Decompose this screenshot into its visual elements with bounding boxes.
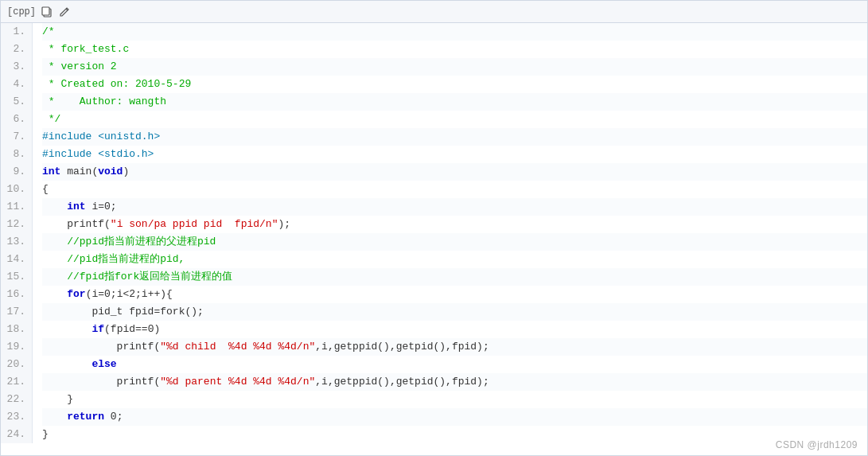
line-number: 24.	[1, 426, 32, 443]
code-token	[42, 288, 67, 300]
line-number: 19.	[1, 338, 32, 356]
code-token: return	[67, 411, 104, 423]
line-number: 8.	[1, 146, 32, 163]
table-row: {	[42, 181, 867, 198]
table-row: else	[42, 356, 867, 373]
code-token: if	[91, 323, 104, 335]
line-number: 4.	[1, 76, 32, 93]
line-number: 18.	[1, 321, 32, 338]
toolbar: [cpp]	[1, 1, 867, 23]
code-content: /* * fork_test.c * version 2 * Created o…	[33, 23, 867, 443]
line-numbers: 1.2.3.4.5.6.7.8.9.10.11.12.13.14.15.16.1…	[1, 23, 33, 443]
table-row: if(fpid==0)	[42, 321, 867, 338]
code-token: //pid指当前进程的pid,	[42, 253, 185, 265]
table-row: return 0;	[42, 408, 867, 426]
table-row: printf("%d child %4d %4d %4d/n",i,getppi…	[42, 338, 867, 356]
code-token: printf(	[42, 218, 111, 230]
code-token	[42, 323, 91, 335]
table-row: * fork_test.c	[42, 41, 867, 58]
code-token: ,i,getppid(),getpid(),fpid);	[315, 341, 488, 353]
line-number: 1.	[1, 23, 32, 41]
table-row: //pid指当前进程的pid,	[42, 251, 867, 268]
line-number: 22.	[1, 391, 32, 408]
line-number: 7.	[1, 128, 32, 146]
line-number: 15.	[1, 268, 32, 286]
code-token: for	[67, 288, 85, 300]
code-token: //fpid指fork返回给当前进程的值	[42, 271, 232, 283]
code-token: #include <unistd.h>	[42, 131, 160, 142]
code-token: ,i,getppid(),getpid(),fpid);	[315, 376, 488, 388]
line-number: 9.	[1, 163, 32, 181]
line-number: 3.	[1, 58, 32, 76]
line-number: 12.	[1, 216, 32, 233]
code-token: pid_t fpid=fork();	[42, 306, 204, 318]
code-token: /*	[42, 25, 55, 37]
table-row: }	[42, 391, 867, 408]
code-token: (i=0;i<2;i++){	[86, 288, 173, 300]
copy-icon[interactable]	[41, 6, 53, 18]
table-row: pid_t fpid=fork();	[42, 303, 867, 321]
code-token: * Created on: 2010-5-29	[42, 78, 191, 90]
table-row: * version 2	[42, 58, 867, 76]
code-token: "i son/pa ppid pid fpid/n"	[111, 218, 278, 230]
table-row: * Created on: 2010-5-29	[42, 76, 867, 93]
code-token: "%d child %4d %4d %4d/n"	[160, 341, 315, 353]
code-token: main(	[60, 166, 98, 177]
code-token	[42, 411, 67, 423]
editor-container: [cpp] 1.2.3.4.5.6.7.8.9.10.11.12.13.14.1…	[0, 0, 868, 456]
line-number: 10.	[1, 181, 32, 198]
table-row: /*	[42, 23, 867, 41]
table-row: for(i=0;i<2;i++){	[42, 286, 867, 303]
table-row: //fpid指fork返回给当前进程的值	[42, 268, 867, 286]
line-number: 20.	[1, 356, 32, 373]
table-row: */	[42, 111, 867, 128]
code-token: #include <stdio.h>	[42, 148, 154, 160]
line-number: 6.	[1, 111, 32, 128]
code-area: 1.2.3.4.5.6.7.8.9.10.11.12.13.14.15.16.1…	[1, 23, 867, 443]
line-number: 17.	[1, 303, 32, 321]
code-token: void	[98, 166, 123, 177]
code-token: * Author: wangth	[42, 95, 166, 107]
code-token: * fork_test.c	[42, 43, 129, 55]
table-row: }	[42, 426, 867, 443]
table-row: #include <unistd.h>	[42, 128, 867, 146]
line-number: 21.	[1, 373, 32, 391]
code-token: printf(	[42, 376, 160, 388]
line-number: 16.	[1, 286, 32, 303]
table-row: #include <stdio.h>	[42, 146, 867, 163]
code-token: (fpid==0)	[104, 323, 160, 335]
code-token: else	[91, 358, 116, 370]
code-token	[42, 201, 67, 212]
line-number: 11.	[1, 198, 32, 216]
code-token: //ppid指当前进程的父进程pid	[42, 236, 216, 247]
table-row: int i=0;	[42, 198, 867, 216]
line-number: 23.	[1, 408, 32, 426]
line-number: 5.	[1, 93, 32, 111]
table-row: //ppid指当前进程的父进程pid	[42, 233, 867, 251]
code-token: )	[123, 166, 129, 177]
svg-rect-1	[42, 7, 49, 15]
code-token: */	[42, 113, 60, 125]
lang-tag: [cpp]	[7, 6, 36, 18]
code-token	[42, 358, 91, 370]
watermark: CSDN @jrdh1209	[776, 439, 858, 450]
line-number: 14.	[1, 251, 32, 268]
table-row: printf("%d parent %4d %4d %4d/n",i,getpp…	[42, 373, 867, 391]
table-row: * Author: wangth	[42, 93, 867, 111]
code-token: int	[42, 166, 60, 177]
edit-icon[interactable]	[58, 6, 71, 18]
code-token: }	[42, 393, 73, 405]
code-token: "%d parent %4d %4d %4d/n"	[160, 376, 315, 388]
code-token: int	[67, 201, 85, 212]
table-row: int main(void)	[42, 163, 867, 181]
code-token: * version 2	[42, 60, 117, 72]
code-token: 0;	[104, 411, 123, 423]
code-token: }	[42, 428, 49, 440]
line-number: 2.	[1, 41, 32, 58]
code-token: {	[42, 183, 49, 195]
code-token: );	[278, 218, 290, 230]
table-row: printf("i son/pa ppid pid fpid/n");	[42, 216, 867, 233]
line-number: 13.	[1, 233, 32, 251]
code-token: i=0;	[86, 201, 117, 212]
code-token: printf(	[42, 341, 160, 353]
